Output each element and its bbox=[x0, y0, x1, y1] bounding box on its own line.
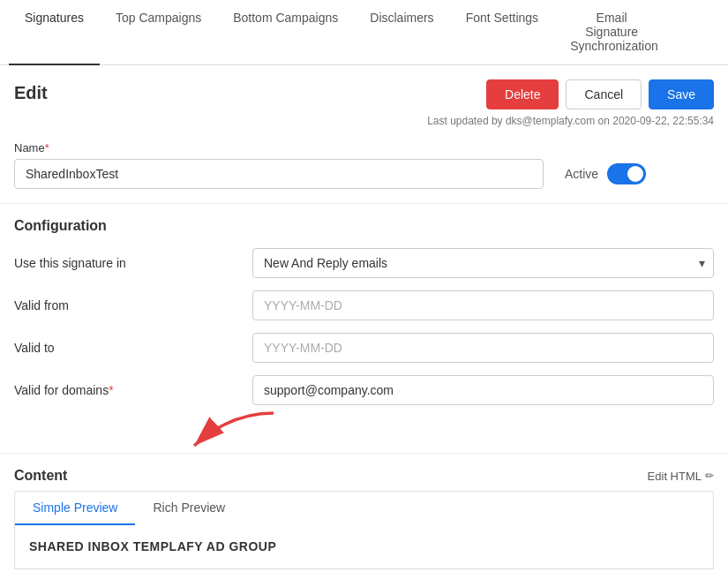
tab-rich-preview[interactable]: Rich Preview bbox=[135, 492, 243, 525]
tab-bottom-campaigns[interactable]: Bottom Campaigns bbox=[217, 0, 354, 65]
page-title: Edit bbox=[14, 79, 48, 103]
active-label: Active bbox=[565, 167, 598, 181]
valid-from-input-wrapper bbox=[252, 290, 714, 320]
action-buttons: Delete Cancel Save bbox=[486, 79, 714, 109]
valid-to-row: Valid to bbox=[0, 333, 728, 363]
content-header: Content Edit HTML ✏ bbox=[0, 468, 728, 484]
use-signature-input-wrapper: New And Reply emails New emails only Rep… bbox=[252, 248, 714, 278]
active-toggle[interactable] bbox=[607, 163, 646, 184]
edit-actions: Delete Cancel Save Last updated by dks@t… bbox=[427, 79, 714, 127]
valid-to-label: Valid to bbox=[14, 341, 252, 355]
tab-disclaimers[interactable]: Disclaimers bbox=[354, 0, 449, 65]
tab-signatures[interactable]: Signatures bbox=[9, 0, 100, 65]
valid-domains-input[interactable] bbox=[252, 375, 714, 405]
active-toggle-row: Active bbox=[565, 163, 646, 184]
preview-tabs: Simple Preview Rich Preview bbox=[14, 491, 714, 525]
tab-email-sync[interactable]: Email Signature Synchronization bbox=[554, 0, 669, 65]
preview-content-text: SHARED INBOX TEMPLAFY AD GROUP bbox=[29, 539, 276, 553]
valid-domains-row: Valid for domains* bbox=[0, 375, 728, 405]
edit-html-button[interactable]: Edit HTML ✏ bbox=[648, 470, 714, 483]
divider-2 bbox=[0, 453, 728, 454]
edit-header: Edit Delete Cancel Save Last updated by … bbox=[0, 65, 728, 127]
divider-1 bbox=[0, 203, 728, 204]
name-label: Name* bbox=[14, 141, 714, 154]
name-input-wrapper bbox=[14, 159, 544, 189]
cancel-button[interactable]: Cancel bbox=[566, 79, 642, 109]
valid-domains-label: Valid for domains* bbox=[14, 383, 252, 397]
content-title: Content bbox=[14, 468, 67, 484]
configuration-title: Configuration bbox=[0, 218, 728, 234]
last-updated-text: Last updated by dks@templafy.com on 2020… bbox=[427, 115, 714, 127]
valid-from-input[interactable] bbox=[252, 290, 714, 320]
valid-to-input[interactable] bbox=[252, 333, 714, 363]
valid-from-label: Valid from bbox=[14, 298, 252, 312]
delete-button[interactable]: Delete bbox=[486, 79, 559, 109]
use-signature-select[interactable]: New And Reply emails New emails only Rep… bbox=[252, 248, 714, 278]
form-section: Name* Active bbox=[0, 127, 728, 189]
tab-simple-preview[interactable]: Simple Preview bbox=[15, 492, 135, 525]
red-arrow-icon bbox=[176, 409, 282, 453]
name-input[interactable] bbox=[14, 159, 544, 189]
pencil-icon: ✏ bbox=[705, 470, 714, 482]
arrow-annotation bbox=[0, 409, 728, 453]
top-navigation: Signatures Top Campaigns Bottom Campaign… bbox=[0, 0, 728, 65]
name-row: Active bbox=[14, 159, 714, 189]
valid-domains-input-wrapper bbox=[252, 375, 714, 405]
valid-from-row: Valid from bbox=[0, 290, 728, 320]
valid-to-input-wrapper bbox=[252, 333, 714, 363]
use-signature-label: Use this signature in bbox=[14, 256, 252, 270]
use-signature-row: Use this signature in New And Reply emai… bbox=[0, 248, 728, 278]
preview-content: SHARED INBOX TEMPLAFY AD GROUP bbox=[14, 525, 714, 569]
tab-top-campaigns[interactable]: Top Campaigns bbox=[100, 0, 217, 65]
save-button[interactable]: Save bbox=[649, 79, 714, 109]
tab-font-settings[interactable]: Font Settings bbox=[450, 0, 555, 65]
